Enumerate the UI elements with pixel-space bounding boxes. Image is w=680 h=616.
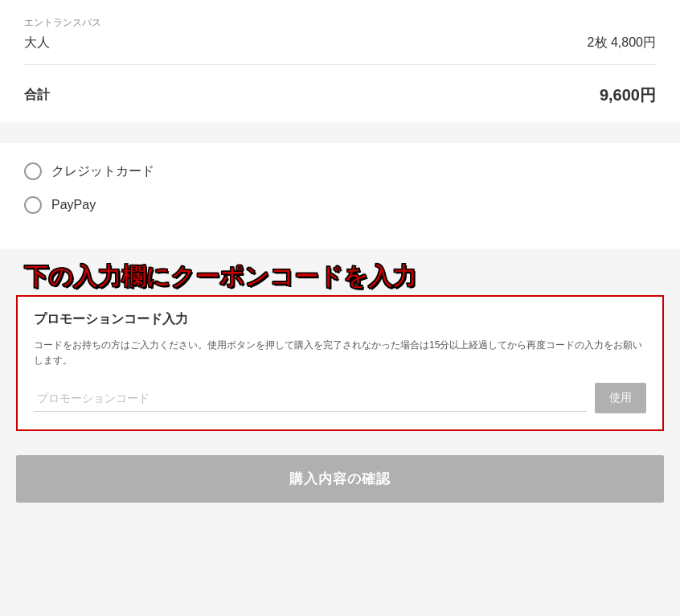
confirm-purchase-button[interactable]: 購入内容の確認 — [16, 455, 664, 503]
payment-section: クレジットカード PayPay — [0, 143, 680, 249]
total-price: 9,600円 — [600, 84, 656, 106]
ticket-quantity-price: 2枚 4,800円 — [588, 35, 656, 51]
spacer-1 — [0, 130, 680, 143]
promo-code-input[interactable] — [34, 385, 587, 412]
use-promo-button[interactable]: 使用 — [595, 383, 646, 413]
promo-section: プロモーションコード入力 コードをお持ちの方はご入力ください。使用ボタンを押して… — [16, 295, 664, 431]
promo-title: プロモーションコード入力 — [34, 311, 646, 328]
paypay-label: PayPay — [51, 198, 96, 212]
payment-option-paypay[interactable]: PayPay — [24, 196, 656, 214]
order-summary: エントランスパス 大人 2枚 4,800円 合計 9,600円 — [0, 0, 680, 122]
radio-paypay[interactable] — [24, 196, 42, 214]
total-label: 合計 — [24, 87, 50, 104]
promo-input-row: 使用 — [34, 383, 646, 413]
payment-option-credit-card[interactable]: クレジットカード — [24, 162, 656, 180]
ticket-row: 大人 2枚 4,800円 — [24, 35, 656, 51]
credit-card-label: クレジットカード — [51, 163, 154, 180]
ticket-category-label: エントランスパス — [24, 16, 656, 30]
promo-description: コードをお持ちの方はご入力ください。使用ボタンを押して購入を完了されなかった場合… — [34, 338, 646, 368]
ticket-section: エントランスパス 大人 2枚 4,800円 — [24, 16, 656, 65]
confirm-button-container: 購入内容の確認 — [0, 442, 680, 515]
page-container: エントランスパス 大人 2枚 4,800円 合計 9,600円 クレジットカード… — [0, 0, 680, 616]
radio-credit-card[interactable] — [24, 162, 42, 180]
ticket-type: 大人 — [24, 35, 50, 51]
overlay-instruction: 下の入力欄にクーポンコードを入力 — [0, 257, 680, 295]
total-row: 合計 9,600円 — [24, 78, 656, 106]
